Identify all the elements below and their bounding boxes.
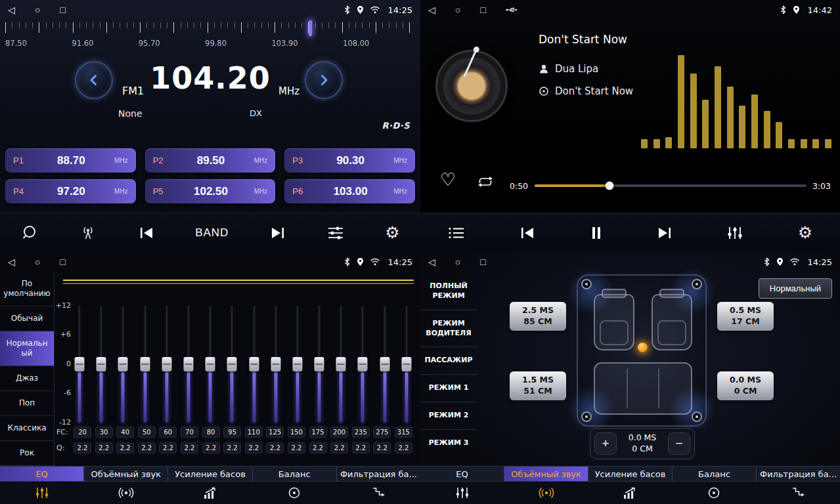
playlist-button[interactable] [448,226,465,240]
tune-down-button[interactable] [75,61,113,99]
tab-filter[interactable]: Фильтрация ба... [757,467,840,481]
home-icon[interactable]: ○ [35,5,40,14]
eq-preset-item[interactable]: Классика [0,416,54,441]
recents-icon[interactable]: □ [60,5,65,14]
equalizer-icon[interactable] [420,486,504,499]
eq-preset-item[interactable]: По умолчанию [0,272,54,306]
eq-band-slider[interactable] [161,306,173,423]
eq-band-slider[interactable] [248,306,260,423]
eq-preset-item[interactable]: Рок [0,441,54,466]
slider-handle[interactable] [140,357,150,371]
balance-icon[interactable] [672,486,756,499]
audio-mixer-button[interactable] [727,226,743,240]
balance-icon[interactable] [252,486,336,499]
eq-preset-item[interactable]: Обычай [0,306,54,331]
slider-handle[interactable] [358,357,368,371]
seek-slider[interactable] [535,184,807,187]
broadcast-button[interactable] [79,225,97,241]
frequency-scale[interactable]: 87.5091.6095.7099.80103.90108.00 [5,22,410,55]
eq-band-slider[interactable] [74,306,85,423]
back-icon[interactable]: ◁ [8,5,15,14]
slider-handle[interactable] [206,357,215,371]
eq-band-slider[interactable] [95,306,107,423]
slider-handle[interactable] [227,357,237,371]
eq-band-slider[interactable] [226,306,238,423]
tab-surround-sound[interactable]: Объёмный звук [504,467,588,481]
back-icon[interactable]: ◁ [428,257,435,266]
pause-button[interactable] [590,226,602,240]
slider-handle[interactable] [315,357,324,371]
slider-handle[interactable] [336,357,346,371]
slider-handle[interactable] [183,357,193,371]
slider-handle[interactable] [118,357,128,371]
preset-p4-button[interactable]: P497.20MHz [5,179,136,203]
repeat-button[interactable] [475,175,495,191]
bass-boost-icon[interactable] [168,486,252,499]
car-interior-map[interactable] [577,274,707,427]
tab-bass-boost[interactable]: Усиление басов [588,467,673,481]
eq-band-slider[interactable] [401,306,412,423]
back-icon[interactable]: ◁ [428,5,435,14]
recents-icon[interactable]: □ [480,257,485,266]
preset-p6-button[interactable]: P6103.00MHz [284,179,415,203]
tune-settings-button[interactable] [327,226,344,240]
seek-down-button[interactable] [139,226,154,240]
mode-item[interactable]: ПОЛНЫЙ РЕЖИМ [420,273,477,310]
slider-handle[interactable] [401,357,411,371]
crossover-filter-icon[interactable] [336,486,420,499]
slider-handle[interactable] [380,357,389,371]
slider-handle[interactable] [271,357,280,371]
gear-icon[interactable]: ⚙ [798,224,812,241]
tab-balance[interactable]: Баланс [253,467,337,481]
home-icon[interactable]: ○ [35,257,40,266]
band-button[interactable]: BAND [195,226,229,240]
tune-up-button[interactable] [305,61,343,99]
tab-filter[interactable]: Фильтрация ба... [337,467,420,481]
favorite-button[interactable]: ♡ [440,169,456,190]
preset-p1-button[interactable]: P188.70MHz [5,148,136,173]
eq-band-slider[interactable] [379,306,391,423]
eq-band-slider[interactable] [357,306,368,423]
eq-preset-item[interactable]: Поп [0,391,54,416]
eq-band-slider[interactable] [117,306,129,423]
increase-delay-button[interactable]: + [594,432,617,455]
eq-preset-item[interactable]: Джаз [0,366,54,391]
preset-p3-button[interactable]: P390.30MHz [284,148,415,173]
eq-band-slider[interactable] [270,306,282,423]
listening-position-dot[interactable] [638,343,648,352]
mode-item[interactable]: РЕЖИМ ВОДИТЕЛЯ [420,310,477,348]
tab-balance[interactable]: Баланс [673,467,757,481]
gear-icon[interactable]: ⚙ [385,224,399,241]
tab-surround-sound[interactable]: Объёмный звук [84,467,168,481]
equalizer-icon[interactable] [0,486,84,499]
slider-handle[interactable] [75,357,85,371]
recents-icon[interactable]: □ [480,5,485,14]
tab-eq[interactable]: EQ [420,467,504,481]
scan-button[interactable] [20,224,37,242]
eq-band-slider[interactable] [335,306,347,423]
slider-handle[interactable] [292,357,302,371]
mode-item[interactable]: РЕЖИМ 1 [420,375,477,402]
eq-preset-item[interactable]: Нормальный [0,331,54,366]
home-icon[interactable]: ○ [455,5,460,14]
preset-p2-button[interactable]: P289.50MHz [145,148,276,173]
slider-handle[interactable] [249,357,259,371]
slider-handle[interactable] [162,357,171,371]
seek-thumb[interactable] [605,182,613,190]
recents-icon[interactable]: □ [60,257,65,266]
tab-bass-boost[interactable]: Усиление басов [168,467,252,481]
preset-p5-button[interactable]: P5102.50MHz [145,179,276,203]
home-icon[interactable]: ○ [455,257,460,266]
crossover-filter-icon[interactable] [756,486,840,499]
eq-band-slider[interactable] [139,306,151,423]
mode-item[interactable]: РЕЖИМ 2 [420,402,477,430]
tab-eq[interactable]: EQ [0,467,84,481]
eq-band-slider[interactable] [204,306,216,423]
eq-band-slider[interactable] [183,306,194,423]
eq-band-slider[interactable] [292,306,303,423]
surround-sound-icon[interactable] [84,486,168,499]
back-icon[interactable]: ◁ [8,257,15,266]
previous-track-button[interactable] [519,226,535,240]
seek-up-button[interactable] [270,226,286,240]
slider-handle[interactable] [97,357,106,371]
